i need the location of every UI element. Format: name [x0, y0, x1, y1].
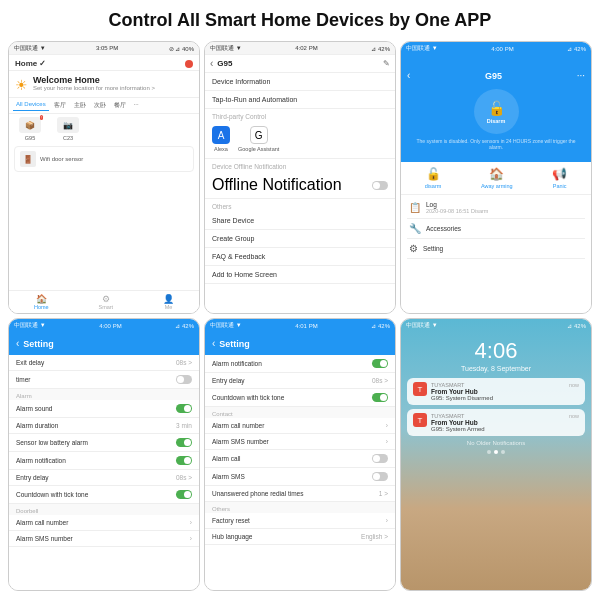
faq-item[interactable]: FAQ & Feedback — [205, 248, 395, 266]
alexa-service[interactable]: A Alexa — [212, 126, 230, 152]
accessories-nav-item[interactable]: 🔧 Accessories — [407, 219, 585, 239]
log-nav-item[interactable]: 📋 Log 2020-09-08 16:51 Disarm — [407, 197, 585, 219]
offline-toggle[interactable] — [372, 181, 388, 190]
countdown-toggle[interactable] — [176, 490, 192, 499]
back-button-5[interactable]: ‹ — [212, 338, 215, 349]
alarm-call-number-5[interactable]: Alarm call number › — [205, 418, 395, 434]
timer-item[interactable]: timer — [9, 371, 199, 389]
unanswered-redial-5[interactable]: Unanswered phone redial times 1 > — [205, 486, 395, 502]
door-sensor[interactable]: 🚪 Wifi door sensor — [14, 146, 194, 172]
nav-home[interactable]: 🏠 Home — [34, 294, 49, 310]
alarm-sms-number-5[interactable]: Alarm SMS number › — [205, 434, 395, 450]
countdown-tick-5[interactable]: Countdown with tick tone — [205, 389, 395, 407]
more-icon-3[interactable]: ··· — [577, 70, 585, 81]
home-label[interactable]: Home ✓ — [15, 59, 46, 68]
setting-nav-item[interactable]: ⚙ Setting — [407, 239, 585, 259]
back-button[interactable]: ‹ — [210, 58, 213, 69]
device-c23-icon: 📷 — [57, 117, 79, 133]
countdown-toggle-5[interactable] — [372, 393, 388, 402]
disarm-mode-btn[interactable]: 🔓 disarm — [425, 167, 442, 189]
lock-screen-time: 4:06 — [407, 338, 585, 364]
alarm-notification-item[interactable]: Alarm notification — [9, 452, 199, 470]
tab-secondary[interactable]: 次卧 — [91, 100, 109, 111]
hub-language-5[interactable]: Hub language English > — [205, 529, 395, 545]
alarm-notification-toggle[interactable] — [176, 456, 192, 465]
alarm-duration-item[interactable]: Alarm duration 3 min — [9, 418, 199, 434]
edit-button[interactable]: ✎ — [383, 59, 390, 68]
lock-screen-date: Tuesday, 8 September — [407, 365, 585, 372]
offline-notification-row[interactable]: Offline Notification — [205, 172, 395, 199]
alarm-sms-item[interactable]: Alarm SMS number › — [9, 531, 199, 547]
sensor-battery-toggle[interactable] — [176, 438, 192, 447]
alarm-sms-toggle-5[interactable] — [372, 472, 388, 481]
nav-me[interactable]: 👤 Me — [163, 294, 174, 310]
notification-1[interactable]: T TUYASMART now From Your Hub G95: Syste… — [407, 378, 585, 405]
back-button-3[interactable]: ‹ — [407, 70, 410, 81]
disarm-button[interactable]: 🔓 Disarm — [474, 89, 519, 134]
phone-3: 中国联通 ▼ 4:00 PM ⊿ 42% ‹ G95 ··· 🔓 Disarm — [400, 41, 592, 314]
page-title: Control All Smart Home Devices by One AP… — [0, 0, 600, 37]
alarm-sound-item[interactable]: Alarm sound — [9, 400, 199, 418]
tab-all-devices[interactable]: All Devices — [13, 100, 49, 111]
google-icon: G — [250, 126, 268, 144]
add-home-item[interactable]: Add to Home Screen — [205, 266, 395, 284]
tab-living[interactable]: 客厅 — [51, 100, 69, 111]
home-icon: 🏠 — [34, 294, 49, 304]
alarm-call-toggle-5[interactable] — [372, 454, 388, 463]
entry-delay-item[interactable]: Entry delay 08s > — [9, 470, 199, 486]
device-g95[interactable]: 📦 ! G95 — [14, 117, 46, 141]
device-c23[interactable]: 📷 C23 — [52, 117, 84, 141]
google-service[interactable]: G Google Assistant — [238, 126, 279, 152]
create-group-item[interactable]: Create Group — [205, 230, 395, 248]
nav-smart[interactable]: ⚙ Smart — [98, 294, 113, 310]
offline-section-title: Device Offline Notification — [205, 159, 395, 172]
entry-delay-5[interactable]: Entry delay 08s > — [205, 373, 395, 389]
g95-title: G95 — [485, 71, 502, 81]
alarm-call-item[interactable]: Alarm call number › — [9, 515, 199, 531]
away-mode-btn[interactable]: 🏠 Away arming — [481, 167, 513, 189]
smart-icon: ⚙ — [98, 294, 113, 304]
countdown-tick-item[interactable]: Countdown with tick tone — [9, 486, 199, 504]
log-icon: 📋 — [409, 202, 421, 213]
back-button-4[interactable]: ‹ — [16, 338, 19, 349]
page-dot-3 — [501, 450, 505, 454]
device-g95-icon: 📦 ! — [19, 117, 41, 133]
alarm-section: Alarm — [9, 389, 199, 400]
tuyasmart-icon-2: T — [413, 413, 427, 427]
alarm-sound-toggle[interactable] — [176, 404, 192, 413]
contact-section: Contact — [205, 407, 395, 418]
system-message: The system is disabled. Only sensors in … — [401, 138, 591, 150]
lock-icon: 🔓 — [488, 100, 505, 116]
notification-icon[interactable] — [185, 60, 193, 68]
tuyasmart-icon-1: T — [413, 382, 427, 396]
timer-toggle[interactable] — [176, 375, 192, 384]
phone-2: 中国联通 ▼ 4:02 PM ⊿ 42% ‹ G95 ✎ Device Info… — [204, 41, 396, 314]
status-bar-1: 中国联通 ▼ 3:05 PM ⊘ ⊿ 40% — [9, 42, 199, 55]
alarm-notification-5[interactable]: Alarm notification — [205, 355, 395, 373]
alarm-sms-5[interactable]: Alarm SMS — [205, 468, 395, 486]
sun-icon: ☀ — [15, 77, 28, 93]
sensor-battery-item[interactable]: Sensor low battery alarm — [9, 434, 199, 452]
tab-dining[interactable]: 餐厅 — [111, 100, 129, 111]
alarm-notif-toggle-5[interactable] — [372, 359, 388, 368]
accessories-icon: 🔧 — [409, 223, 421, 234]
phone-6: 中国联通 ▼ ⊿ 42% 4:06 Tuesday, 8 September T… — [400, 318, 592, 591]
tab-master[interactable]: 主卧 — [71, 100, 89, 111]
tap-run-item[interactable]: Tap-to-Run and Automation — [205, 91, 395, 109]
page-dot-2 — [494, 450, 498, 454]
doorbell-section: Doorbell — [9, 504, 199, 515]
setting-title-4: Setting — [23, 339, 54, 349]
exit-delay-item[interactable]: Exit delay 08s > — [9, 355, 199, 371]
factory-reset-5[interactable]: Factory reset › — [205, 513, 395, 529]
notification-2[interactable]: T TUYASMART now From Your Hub G95: Syste… — [407, 409, 585, 436]
panic-mode-btn[interactable]: 📢 Panic — [552, 167, 567, 189]
tab-more[interactable]: ··· — [131, 100, 142, 111]
device-info-item[interactable]: Device Information — [205, 73, 395, 91]
alarm-call-5[interactable]: Alarm call — [205, 450, 395, 468]
setting-title-5: Setting — [219, 339, 250, 349]
share-device-item[interactable]: Share Device — [205, 212, 395, 230]
disarm-icon: 🔓 — [426, 167, 441, 181]
away-icon: 🏠 — [489, 167, 504, 181]
phone-1: 中国联通 ▼ 3:05 PM ⊘ ⊿ 40% Home ✓ ☀ Welcome … — [8, 41, 200, 314]
welcome-title: Welcome Home — [33, 75, 155, 85]
